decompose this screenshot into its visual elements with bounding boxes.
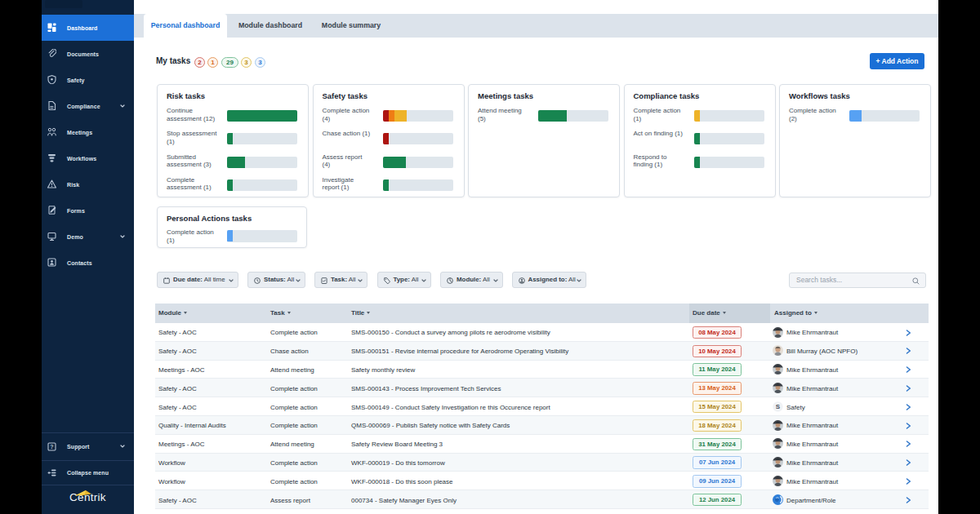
svg-text:?: ?	[50, 444, 53, 450]
svg-text:S: S	[776, 403, 781, 410]
